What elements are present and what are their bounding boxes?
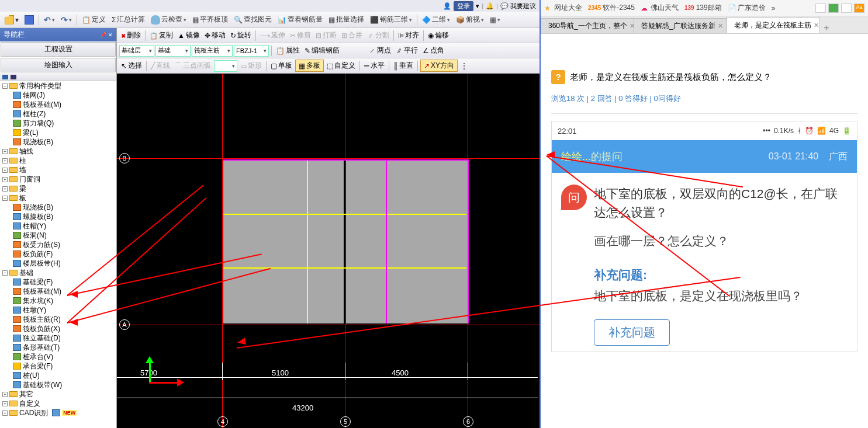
tree-grid[interactable]: 轴网(J): [0, 91, 116, 100]
tree-castslab2[interactable]: 现浇板(B): [0, 203, 116, 212]
offset-button[interactable]: ◉ 偏移: [426, 30, 451, 41]
tree-slabhole[interactable]: 板洞(N): [0, 231, 116, 240]
tree-wall[interactable]: +墙: [0, 165, 116, 175]
cloud-check-button[interactable]: 云检查: [148, 13, 189, 26]
tree-raft[interactable]: 筏板基础(M): [0, 100, 116, 109]
tree-strip-found[interactable]: 条形基础(T): [0, 343, 116, 352]
rebar-3d-button[interactable]: ⬛ 钢筋三维: [368, 13, 414, 26]
redo-button[interactable]: [58, 14, 74, 26]
bookmark-sites[interactable]: ★网址大全: [544, 3, 582, 13]
tree-castslab[interactable]: 现浇板(B): [0, 137, 116, 147]
tree-raft-found[interactable]: 筏板基础(M): [0, 287, 116, 296]
save-button[interactable]: [22, 14, 36, 26]
nav-project-settings[interactable]: 工程设置: [1, 42, 116, 57]
slab-block[interactable]: [392, 160, 468, 323]
xy-direction-button[interactable]: ↗ XY方向: [420, 60, 458, 72]
batch-select-button[interactable]: ▦ 批量选择: [326, 13, 366, 26]
category-combo[interactable]: 基础: [155, 45, 191, 57]
delete-button[interactable]: 删除: [119, 30, 143, 41]
slab-block[interactable]: [223, 215, 344, 267]
tree-shearwall[interactable]: 剪力墙(Q): [0, 119, 116, 128]
close-icon[interactable]: ✕: [814, 22, 819, 29]
mirror-button[interactable]: ▲ 镜像: [176, 30, 202, 41]
tree-sump[interactable]: 集水坑(K): [0, 296, 116, 305]
tab-360[interactable]: 360导航_一个主页，整个✕: [541, 18, 634, 33]
suggest-link[interactable]: 我要建议: [500, 2, 536, 11]
rt-icon-aa[interactable]: Aa: [854, 4, 864, 13]
bookmark-more[interactable]: »: [772, 4, 776, 12]
tree-raft-main[interactable]: 筏板主筋(R): [0, 315, 116, 324]
tree-cap[interactable]: 柱帽(Y): [0, 221, 116, 231]
property-button[interactable]: 📋 属性: [274, 45, 302, 56]
tree-slab-rebar[interactable]: 板受力筋(S): [0, 240, 116, 249]
tree-other[interactable]: +其它: [0, 389, 116, 399]
tree-found-beam[interactable]: 基础梁(F): [0, 277, 116, 287]
tree-column[interactable]: +柱: [0, 156, 116, 165]
bookmark-gdprice[interactable]: 📄广东造价: [728, 3, 766, 13]
tree-custom[interactable]: +自定义: [0, 399, 116, 408]
tab-answer[interactable]: 答疑解惑_广联达服务新✕: [634, 18, 727, 33]
align-button[interactable]: ⊫ 对齐: [396, 30, 421, 41]
move-button[interactable]: ✥ 移动: [203, 30, 227, 41]
tree-indep-found[interactable]: 独立基础(D): [0, 333, 116, 343]
open-button[interactable]: ▾: [2, 14, 21, 26]
tree-found-band[interactable]: 基础板带(W): [0, 380, 116, 389]
rotate-button[interactable]: ↻ 旋转: [229, 30, 253, 41]
single-slab-button[interactable]: ▢ 单板: [269, 60, 294, 71]
custom-button[interactable]: ⬚ 自定义: [325, 60, 357, 71]
rt-icon-2[interactable]: [828, 4, 839, 13]
login-button[interactable]: 登录: [454, 1, 473, 11]
tree-cap-beam[interactable]: 承台梁(F): [0, 361, 116, 371]
tree-beam-cat[interactable]: +梁: [0, 184, 116, 193]
tree-pile-cap[interactable]: 桩承台(V): [0, 352, 116, 361]
tree-raft-neg[interactable]: 筏板负筋(X): [0, 324, 116, 333]
multi-slab-button[interactable]: ▦ 多板: [295, 60, 324, 72]
two-point-button[interactable]: ⟋ 两点: [367, 45, 393, 56]
tree-col-pier[interactable]: 柱墩(Y): [0, 305, 116, 315]
bird-view-button[interactable]: 📦 俯视: [454, 13, 486, 26]
login-dropdown[interactable]: ▾: [476, 2, 479, 10]
extra-dd[interactable]: ⋮: [459, 61, 469, 71]
bookmark-mail[interactable]: 139139邮箱: [684, 3, 722, 13]
bookmark-weather[interactable]: ☁佛山天气: [641, 3, 679, 13]
copy-button[interactable]: 复制: [148, 30, 175, 41]
nav-pin-icon[interactable]: 📌 ✕: [100, 32, 113, 38]
edit-rebar-button[interactable]: ✎ 编辑钢筋: [303, 45, 341, 56]
module-icon[interactable]: [2, 75, 8, 79]
tree-slab-cat[interactable]: −板: [0, 193, 116, 203]
select-button[interactable]: ↖ 选择: [119, 60, 144, 71]
tree-beam[interactable]: 梁(L): [0, 128, 116, 137]
parallel-button[interactable]: ⫽ 平行: [394, 45, 420, 56]
tree-common[interactable]: −常用构件类型: [0, 81, 116, 91]
module-icon-2[interactable]: [11, 75, 16, 79]
drawing-canvas[interactable]: B A 4 5 6 5700 5100 4500 43200: [117, 74, 540, 428]
sum-calc-button[interactable]: Σ 汇总计算: [109, 13, 147, 26]
2d-button[interactable]: 🔷 二维: [420, 13, 452, 26]
find-elem-button[interactable]: 🔍 查找图元: [231, 13, 274, 26]
tree-pile[interactable]: 桩(U): [0, 371, 116, 380]
floor-combo[interactable]: 基础层: [119, 45, 154, 57]
rt-icon-1[interactable]: [815, 4, 826, 13]
new-tab-button[interactable]: +: [819, 23, 834, 33]
tree-door[interactable]: +门窗洞: [0, 175, 116, 184]
rt-icon-3[interactable]: [841, 4, 852, 13]
tree-axis[interactable]: +轴线: [0, 147, 116, 156]
point-angle-button[interactable]: ∠ 点角: [421, 45, 446, 56]
undo-button[interactable]: [42, 14, 57, 26]
bell-icon[interactable]: [486, 2, 494, 10]
define-button[interactable]: 📋 定义: [79, 13, 108, 26]
vertical-button[interactable]: ║ 垂直: [392, 60, 416, 71]
supplement-button[interactable]: 补充问题: [594, 319, 670, 346]
tree-slab-neg[interactable]: 板负筋(F): [0, 249, 116, 259]
tree-frame-col[interactable]: 框柱(Z): [0, 109, 116, 119]
tab-teacher[interactable]: 老师，是定义在筏板主筋✕: [727, 17, 820, 33]
slab-block[interactable]: [223, 160, 344, 214]
tree-foundation[interactable]: −基础: [0, 268, 116, 277]
slab-block[interactable]: [223, 269, 344, 323]
bookmark-software[interactable]: 2345软件-2345: [588, 3, 635, 13]
tree-floor-band[interactable]: 楼层板带(H): [0, 259, 116, 268]
close-icon[interactable]: ✕: [718, 22, 723, 30]
name-combo[interactable]: FBZJ-1: [234, 45, 269, 57]
horizontal-button[interactable]: ═ 水平: [362, 60, 386, 71]
tree-cad[interactable]: +CAD识别 NEW: [0, 408, 116, 417]
